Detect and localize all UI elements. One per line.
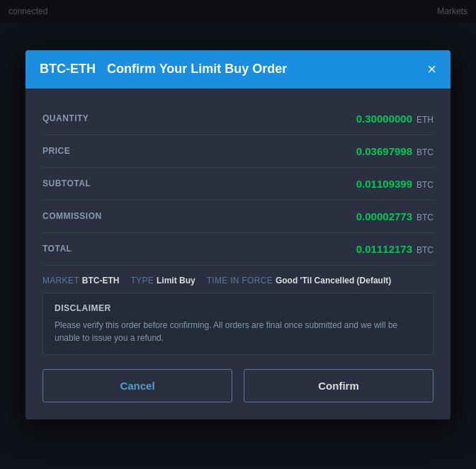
disclaimer-title: DISCLAIMER — [55, 303, 421, 313]
modal-title: Confirm Your Limit Buy Order — [107, 62, 287, 77]
subtotal-value: 0.01109399 — [356, 178, 412, 190]
commission-label: COMMISSION — [42, 211, 102, 221]
commission-unit: BTC — [416, 213, 434, 222]
type-meta-value: Limit Buy — [157, 276, 196, 286]
disclaimer-text: Please verify this order before confirmi… — [55, 319, 421, 344]
modal-body: QUANTITY 0.30000000 ETH PRICE 0.03697998… — [26, 89, 450, 419]
trading-pair: BTC-ETH — [40, 62, 96, 77]
confirm-button[interactable]: Confirm — [244, 369, 434, 402]
price-value: 0.03697998 — [356, 145, 412, 157]
quantity-unit: ETH — [416, 115, 434, 125]
total-value-wrapper: 0.01112173 BTC — [356, 243, 434, 255]
cancel-button[interactable]: Cancel — [42, 369, 232, 402]
quantity-row: QUANTITY 0.30000000 ETH — [42, 103, 434, 135]
modal-header-left: BTC-ETH Confirm Your Limit Buy Order — [40, 62, 287, 77]
tif-meta-label: TIME IN FORCE — [207, 276, 273, 286]
commission-value: 0.00002773 — [356, 210, 412, 222]
price-label: PRICE — [42, 146, 70, 156]
close-button[interactable]: × — [427, 62, 436, 77]
modal-backdrop: BTC-ETH Confirm Your Limit Buy Order × Q… — [0, 0, 476, 469]
type-meta-label: TYPE — [130, 276, 154, 286]
total-unit: BTC — [416, 245, 434, 255]
modal-header: BTC-ETH Confirm Your Limit Buy Order × — [26, 50, 450, 89]
subtotal-value-wrapper: 0.01109399 BTC — [356, 178, 434, 190]
order-meta: MARKET BTC-ETH TYPE Limit Buy TIME IN FO… — [42, 266, 434, 293]
market-meta-label: MARKET — [42, 276, 79, 286]
modal-footer: Cancel Confirm — [42, 369, 434, 405]
total-label: TOTAL — [42, 244, 72, 254]
quantity-label: QUANTITY — [42, 113, 89, 123]
total-row: TOTAL 0.01112173 BTC — [42, 233, 434, 266]
disclaimer-box: DISCLAIMER Please verify this order befo… — [42, 293, 434, 355]
subtotal-row: SUBTOTAL 0.01109399 BTC — [42, 168, 434, 200]
price-unit: BTC — [416, 147, 434, 157]
commission-row: COMMISSION 0.00002773 BTC — [42, 200, 434, 233]
price-value-wrapper: 0.03697998 BTC — [356, 145, 434, 157]
modal-dialog: BTC-ETH Confirm Your Limit Buy Order × Q… — [26, 50, 450, 419]
subtotal-unit: BTC — [416, 180, 434, 190]
tif-meta-value: Good 'Til Cancelled (Default) — [276, 276, 391, 286]
commission-value-wrapper: 0.00002773 BTC — [356, 210, 434, 222]
subtotal-label: SUBTOTAL — [42, 179, 91, 188]
quantity-value: 0.30000000 — [356, 113, 412, 125]
price-row: PRICE 0.03697998 BTC — [42, 135, 434, 168]
quantity-value-wrapper: 0.30000000 ETH — [356, 113, 434, 125]
total-value: 0.01112173 — [356, 243, 412, 255]
market-meta-value: BTC-ETH — [82, 276, 120, 286]
